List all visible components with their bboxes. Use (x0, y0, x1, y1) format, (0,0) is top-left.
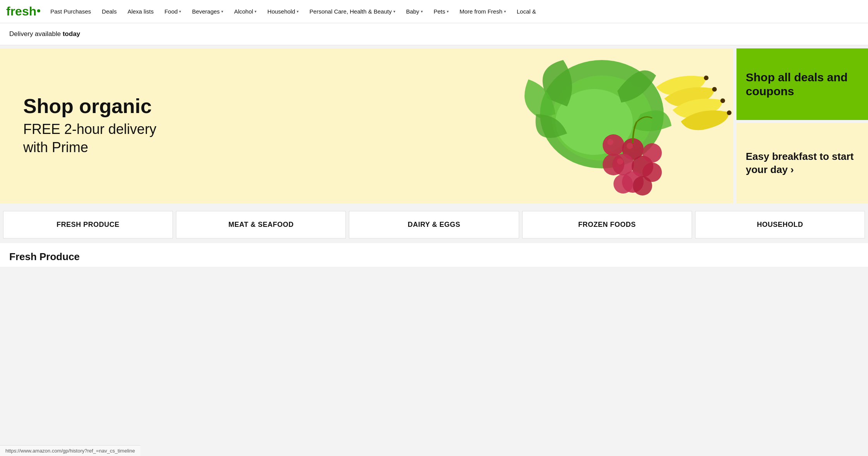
category-frozen-foods[interactable]: FROZEN FOODS (522, 211, 692, 238)
nav-label: Past Purchases (50, 8, 91, 15)
hero-subtitle-line1: FREE 2-hour delivery (23, 121, 156, 137)
nav-label: Local & (517, 8, 536, 15)
category-label: HOUSEHOLD (757, 221, 803, 228)
nav-label: Alcohol (234, 8, 253, 15)
nav-item-pets[interactable]: Pets ▾ (428, 0, 454, 23)
chevron-down-icon: ▾ (221, 9, 223, 14)
category-label: FRESH PRODUCE (56, 221, 120, 228)
nav-item-past-purchases[interactable]: Past Purchases (45, 0, 96, 23)
nav-item-baby[interactable]: Baby ▾ (401, 0, 428, 23)
nav-label: Personal Care, Health & Beauty (309, 8, 392, 15)
category-dairy-eggs[interactable]: DAIRY & EGGS (349, 211, 519, 238)
chevron-down-icon: ▾ (297, 9, 299, 14)
deals-coupons-panel[interactable]: Shop all deals and coupons (736, 48, 868, 120)
svg-point-16 (633, 176, 652, 195)
easy-breakfast-text: Easy breakfast to start your day › (746, 150, 859, 177)
nav-label: Alexa lists (128, 8, 154, 15)
nav-item-alexa-lists[interactable]: Alexa lists (122, 0, 159, 23)
nav-label: Food (164, 8, 178, 15)
svg-point-3 (703, 75, 709, 81)
category-label: DAIRY & EGGS (408, 221, 460, 228)
logo-dot (37, 9, 40, 12)
nav-label: Beverages (192, 8, 220, 15)
category-meat-seafood[interactable]: MEAT & SEAFOOD (176, 211, 346, 238)
hero-text-block: Shop organic FREE 2-hour delivery with P… (23, 95, 156, 156)
svg-point-0 (540, 60, 664, 168)
nav-item-local[interactable]: Local & (511, 0, 542, 23)
category-label: MEAT & SEAFOOD (228, 221, 294, 228)
brand-logo[interactable]: fresh (6, 4, 40, 19)
nav-item-alcohol[interactable]: Alcohol ▾ (229, 0, 262, 23)
delivery-today: today (63, 30, 80, 38)
navbar: fresh Past Purchases Deals Alexa lists F… (0, 0, 868, 23)
category-label: FROZEN FOODS (578, 221, 636, 228)
svg-point-8 (622, 138, 644, 160)
nav-item-beverages[interactable]: Beverages ▾ (186, 0, 229, 23)
nav-item-deals[interactable]: Deals (96, 0, 122, 23)
hero-side-panels: Shop all deals and coupons Easy breakfas… (736, 48, 868, 203)
svg-point-17 (607, 139, 613, 145)
logo-text: fresh (6, 4, 36, 19)
chevron-down-icon: ▾ (504, 9, 506, 14)
delivery-text: Delivery available (9, 30, 63, 38)
category-fresh-produce[interactable]: FRESH PRODUCE (3, 211, 173, 238)
nav-item-personal-care[interactable]: Personal Care, Health & Beauty ▾ (304, 0, 401, 23)
chevron-down-icon: ▾ (421, 9, 423, 14)
nav-item-more-from-fresh[interactable]: More from Fresh ▾ (454, 0, 511, 23)
nav-label: Pets (434, 8, 445, 15)
svg-point-19 (617, 158, 623, 165)
deals-coupons-text: Shop all deals and coupons (746, 70, 859, 98)
svg-point-6 (726, 110, 732, 116)
nav-label: More from Fresh (460, 8, 502, 15)
svg-point-13 (642, 143, 662, 163)
svg-point-7 (603, 134, 624, 156)
hero-subtitle-line2: with Prime (23, 139, 88, 155)
nav-item-household[interactable]: Household ▾ (262, 0, 304, 23)
nav-items: Past Purchases Deals Alexa lists Food ▾ … (45, 0, 542, 23)
category-household[interactable]: HOUSEHOLD (695, 211, 865, 238)
nav-label: Baby (406, 8, 419, 15)
nav-label: Deals (102, 8, 116, 15)
delivery-banner: Delivery available today (0, 23, 868, 45)
chevron-down-icon: ▾ (255, 9, 256, 14)
svg-point-1 (552, 75, 652, 161)
hero-title: Shop organic (23, 95, 156, 118)
nav-label: Household (267, 8, 295, 15)
svg-point-10 (632, 156, 653, 177)
svg-point-5 (720, 98, 726, 103)
svg-point-15 (613, 174, 633, 194)
fresh-produce-section: Fresh Produce (0, 243, 868, 267)
svg-point-9 (612, 154, 634, 175)
svg-point-4 (711, 86, 717, 92)
produce-illustration (478, 48, 733, 203)
nav-item-food[interactable]: Food ▾ (159, 0, 186, 23)
hero-subtitle: FREE 2-hour delivery with Prime (23, 120, 156, 157)
chevron-down-icon: ▾ (393, 9, 395, 14)
svg-point-11 (622, 171, 644, 193)
chevron-down-icon: ▾ (447, 9, 449, 14)
hero-section: Shop organic FREE 2-hour delivery with P… (0, 48, 868, 203)
svg-point-18 (627, 143, 633, 149)
category-bar: FRESH PRODUCE MEAT & SEAFOOD DAIRY & EGG… (0, 206, 868, 243)
easy-breakfast-panel[interactable]: Easy breakfast to start your day › (736, 123, 868, 203)
svg-point-14 (642, 163, 662, 182)
chevron-down-icon: ▾ (179, 9, 181, 14)
svg-point-2 (555, 89, 633, 155)
section-title: Fresh Produce (9, 251, 80, 262)
svg-point-12 (603, 154, 624, 175)
hero-banner[interactable]: Shop organic FREE 2-hour delivery with P… (0, 48, 733, 203)
